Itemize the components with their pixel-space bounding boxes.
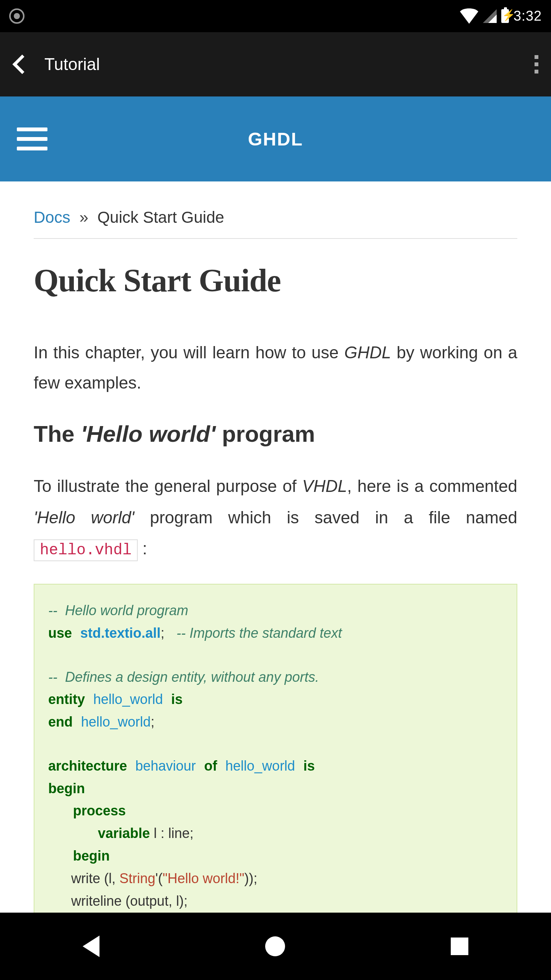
- back-button[interactable]: [12, 54, 26, 75]
- wifi-icon: [460, 8, 478, 24]
- inline-code-filename: hello.vhdl: [34, 539, 138, 561]
- breadcrumb-separator: »: [79, 208, 88, 226]
- hamburger-menu-button[interactable]: [17, 127, 47, 150]
- breadcrumb: Docs » Quick Start Guide: [34, 181, 517, 239]
- section-heading-hello-world: The 'Hello world' program: [34, 421, 517, 448]
- intro-paragraph: In this chapter, you will learn how to u…: [34, 337, 517, 398]
- nav-recent-button[interactable]: [451, 938, 468, 955]
- app-toolbar: Tutorial: [0, 32, 551, 96]
- breadcrumb-current: Quick Start Guide: [97, 208, 224, 226]
- doc-content[interactable]: Docs » Quick Start Guide Quick Start Gui…: [0, 181, 551, 913]
- code-block: -- Hello world program use std.textio.al…: [34, 584, 517, 913]
- nav-home-button[interactable]: [265, 936, 285, 956]
- section-paragraph: To illustrate the general purpose of VHD…: [34, 470, 517, 565]
- doc-title: GHDL: [248, 129, 303, 150]
- status-left: [9, 8, 24, 24]
- toolbar-title: Tutorial: [44, 55, 100, 74]
- system-navigation-bar: [0, 913, 551, 980]
- breadcrumb-link-docs[interactable]: Docs: [34, 208, 70, 226]
- overflow-menu-button[interactable]: [534, 54, 539, 75]
- recording-indicator-icon: [9, 8, 24, 24]
- battery-charging-icon: [501, 9, 509, 23]
- signal-icon: [483, 9, 497, 23]
- doc-header: GHDL: [0, 96, 551, 181]
- toolbar-left: Tutorial: [12, 54, 100, 75]
- status-right: 3:32: [460, 8, 542, 24]
- status-bar: 3:32: [0, 0, 551, 32]
- page-title: Quick Start Guide: [34, 262, 517, 299]
- clock: 3:32: [514, 8, 542, 24]
- nav-back-button[interactable]: [83, 936, 99, 957]
